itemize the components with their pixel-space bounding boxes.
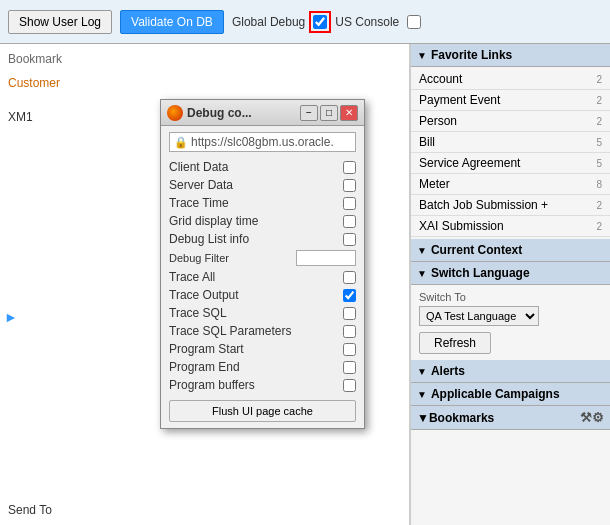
flush-ui-cache-button[interactable]: Flush UI page cache xyxy=(169,400,356,422)
favorite-link-badge: 5 xyxy=(596,137,602,148)
favorite-link-label: Meter xyxy=(419,177,592,191)
send-to-label: Send To xyxy=(8,503,52,517)
bookmark-label: Bookmark xyxy=(8,52,401,66)
favorite-link-item[interactable]: Payment Event2 xyxy=(411,90,610,111)
dialog-content: 🔒 https://slc08gbm.us.oracle. Client Dat… xyxy=(161,126,364,428)
debug-row-checkbox[interactable] xyxy=(343,271,356,284)
main-area: Bookmark Customer XM1 ► Send To Debug co… xyxy=(0,44,610,525)
debug-row-label: Grid display time xyxy=(169,214,343,228)
dialog-close-button[interactable]: ✕ xyxy=(340,105,358,121)
dialog-icon xyxy=(167,105,183,121)
debug-row-label: Trace Time xyxy=(169,196,343,210)
favorite-link-badge: 2 xyxy=(596,74,602,85)
customer-label: Customer xyxy=(8,76,401,90)
debug-row: Program Start xyxy=(169,342,356,356)
favorite-links-arrow-icon: ▼ xyxy=(417,50,427,61)
debug-row-label: Program buffers xyxy=(169,378,343,392)
favorite-link-item[interactable]: Person2 xyxy=(411,111,610,132)
favorite-link-label: Person xyxy=(419,114,592,128)
bookmarks-arrow-icon: ▼ xyxy=(417,411,429,425)
applicable-campaigns-title: Applicable Campaigns xyxy=(431,387,560,401)
debug-filter-input[interactable] xyxy=(296,250,356,266)
lock-icon: 🔒 xyxy=(174,136,188,149)
debug-row-checkbox[interactable] xyxy=(343,215,356,228)
favorite-link-item[interactable]: Account2 xyxy=(411,69,610,90)
debug-row: Debug List info xyxy=(169,232,356,246)
debug-row-checkbox[interactable] xyxy=(343,179,356,192)
debug-row: Program buffers xyxy=(169,378,356,392)
debug-row-label: Program End xyxy=(169,360,343,374)
bookmarks-tools-icon: ⚒⚙ xyxy=(580,410,604,425)
current-context-header[interactable]: ▼ Current Context xyxy=(411,239,610,262)
favorite-link-label: Account xyxy=(419,72,592,86)
bookmarks-title: Bookmarks xyxy=(429,411,494,425)
us-console-checkbox[interactable] xyxy=(407,15,421,29)
favorite-link-badge: 2 xyxy=(596,116,602,127)
global-debug-label: Global Debug xyxy=(232,15,305,29)
debug-row-checkbox[interactable] xyxy=(343,289,356,302)
debug-row-checkbox[interactable] xyxy=(343,379,356,392)
show-user-log-button[interactable]: Show User Log xyxy=(8,10,112,34)
debug-row-label: Server Data xyxy=(169,178,343,192)
favorite-link-label: Service Agreement xyxy=(419,156,592,170)
dialog-restore-button[interactable]: □ xyxy=(320,105,338,121)
favorite-link-item[interactable]: XAI Submission2 xyxy=(411,216,610,237)
bookmarks-header[interactable]: ▼ Bookmarks ⚒⚙ xyxy=(411,406,610,430)
debug-row-checkbox[interactable] xyxy=(343,233,356,246)
dialog-titlebar: Debug co... − □ ✕ xyxy=(161,100,364,126)
debug-row-label: Trace SQL Parameters xyxy=(169,324,343,338)
switch-to-label: Switch To xyxy=(419,291,602,303)
alerts-header[interactable]: ▼ Alerts xyxy=(411,360,610,383)
favorite-link-badge: 2 xyxy=(596,95,602,106)
favorite-link-label: Bill xyxy=(419,135,592,149)
validate-on-db-button[interactable]: Validate On DB xyxy=(120,10,224,34)
debug-row-checkbox[interactable] xyxy=(343,197,356,210)
refresh-button[interactable]: Refresh xyxy=(419,332,491,354)
alerts-title: Alerts xyxy=(431,364,465,378)
favorite-link-badge: 5 xyxy=(596,158,602,169)
debug-row: Program End xyxy=(169,360,356,374)
favorite-link-label: Batch Job Submission + xyxy=(419,198,592,212)
debug-dialog: Debug co... − □ ✕ 🔒 https://slc08gbm.us.… xyxy=(160,99,365,429)
current-context-arrow-icon: ▼ xyxy=(417,245,427,256)
favorite-link-item[interactable]: Batch Job Submission +2 xyxy=(411,195,610,216)
debug-row-checkbox[interactable] xyxy=(343,343,356,356)
favorite-link-item[interactable]: Meter8 xyxy=(411,174,610,195)
debug-row: Trace SQL Parameters xyxy=(169,324,356,338)
favorite-link-item[interactable]: Service Agreement5 xyxy=(411,153,610,174)
debug-row: Trace Output xyxy=(169,288,356,302)
switch-language-title: Switch Language xyxy=(431,266,530,280)
debug-row-checkbox[interactable] xyxy=(343,161,356,174)
applicable-campaigns-header[interactable]: ▼ Applicable Campaigns xyxy=(411,383,610,406)
debug-row-label: Debug List info xyxy=(169,232,343,246)
dialog-minimize-button[interactable]: − xyxy=(300,105,318,121)
favorite-link-badge: 2 xyxy=(596,221,602,232)
global-debug-checkbox[interactable] xyxy=(313,15,327,29)
favorite-link-item[interactable]: Bill5 xyxy=(411,132,610,153)
debug-row-label: Trace SQL xyxy=(169,306,343,320)
favorite-link-label: XAI Submission xyxy=(419,219,592,233)
favorite-link-label: Payment Event xyxy=(419,93,592,107)
url-text: https://slc08gbm.us.oracle. xyxy=(191,135,334,149)
favorite-link-badge: 8 xyxy=(596,179,602,190)
debug-row-checkbox[interactable] xyxy=(343,325,356,338)
debug-row-label: Trace Output xyxy=(169,288,343,302)
us-console-label: US Console xyxy=(335,15,399,29)
current-context-title: Current Context xyxy=(431,243,522,257)
favorite-links-header[interactable]: ▼ Favorite Links xyxy=(411,44,610,67)
debug-row: Client Data xyxy=(169,160,356,174)
debug-row: Trace All xyxy=(169,270,356,284)
url-bar: 🔒 https://slc08gbm.us.oracle. xyxy=(169,132,356,152)
debug-rows-container: Client DataServer DataTrace TimeGrid dis… xyxy=(169,160,356,392)
switch-language-header[interactable]: ▼ Switch Language xyxy=(411,262,610,285)
dialog-title: Debug co... xyxy=(187,106,298,120)
debug-row-label: Program Start xyxy=(169,342,343,356)
language-select[interactable]: QA Test LanguageEnglish xyxy=(419,306,539,326)
debug-filter-label: Debug Filter xyxy=(169,252,296,264)
debug-row-checkbox[interactable] xyxy=(343,307,356,320)
favorite-link-badge: 2 xyxy=(596,200,602,211)
debug-row: Server Data xyxy=(169,178,356,192)
debug-row-checkbox[interactable] xyxy=(343,361,356,374)
applicable-campaigns-arrow-icon: ▼ xyxy=(417,389,427,400)
favorite-links-title: Favorite Links xyxy=(431,48,512,62)
